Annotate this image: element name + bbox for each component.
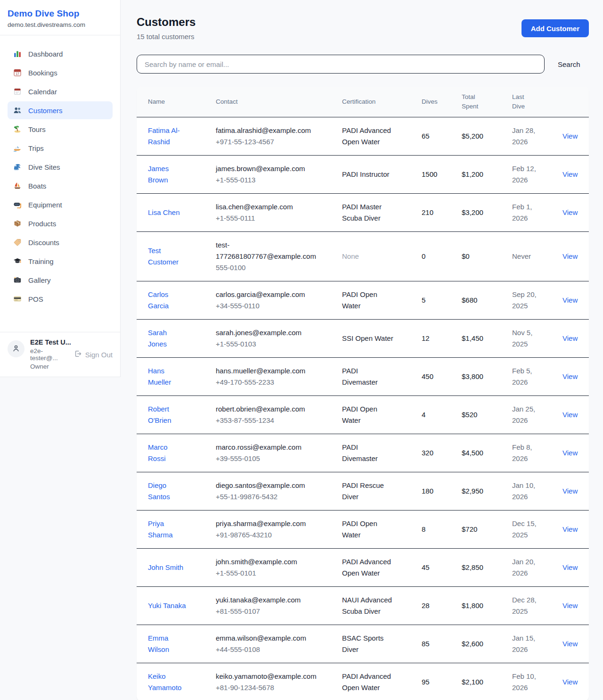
customer-name-link[interactable]: Keiko Yamamoto [148,672,181,692]
page-title: Customers [137,16,196,29]
customer-total-spent: $0 [450,232,501,281]
view-customer-link[interactable]: View [562,411,578,419]
customer-total-spent: $5,200 [450,117,501,156]
customer-total-spent: $2,600 [450,625,501,663]
customer-dives: 85 [410,625,450,663]
table-row: Priya Sharma priya.sharma@example.com +9… [137,511,589,549]
table-row: Marco Rossi marco.rossi@example.com +39-… [137,434,589,472]
table-row: John Smith john.smith@example.com +1-555… [137,549,589,587]
view-customer-link[interactable]: View [562,208,578,216]
sidebar-item-dive-sites[interactable]: Dive Sites [8,158,113,176]
customer-total-spent: $1,800 [450,587,501,625]
customer-phone: +81-90-1234-5678 [216,682,310,693]
add-customer-button[interactable]: Add Customer [522,19,589,37]
view-customer-link[interactable]: View [562,640,578,648]
customer-name-link[interactable]: Sarah Jones [148,329,167,348]
sidebar-item-dashboard[interactable]: Dashboard [8,45,113,63]
search-row: Search [137,55,589,74]
sidebar-item-bookings[interactable]: 17 Bookings [8,64,113,82]
customer-phone: +1-555-0111 [216,213,310,224]
customer-dives: 1500 [410,156,450,194]
people-icon [13,106,22,115]
customer-name-link[interactable]: Marco Rossi [148,443,168,462]
sign-out-label: Sign Out [85,351,113,359]
table-row: Hans Mueller hans.mueller@example.com +4… [137,358,589,396]
customer-phone: +55-11-99876-5432 [216,491,310,502]
sidebar-item-equipment[interactable]: Equipment [8,196,113,214]
customer-certification: PADI Open Water [331,511,410,549]
customer-name-link[interactable]: John Smith [148,563,183,571]
customer-name-link[interactable]: Test Customer [148,247,179,266]
view-customer-link[interactable]: View [562,252,578,260]
sidebar-item-tours[interactable]: Tours [8,120,113,138]
column-header-contact: Contact [204,87,331,117]
sidebar-item-label: Tours [28,125,46,133]
view-customer-link[interactable]: View [562,372,578,380]
sidebar-item-calendar[interactable]: Calendar [8,82,113,100]
customer-name-link[interactable]: Fatima Al-Rashid [148,126,180,146]
customer-dives: 450 [410,358,450,396]
customer-name-link[interactable]: Hans Mueller [148,367,171,386]
package-icon [13,219,22,228]
customer-total-spent: $3,800 [450,358,501,396]
customer-email: keiko.yamamoto@example.com [216,671,310,682]
customer-certification: PADI Advanced Open Water [331,117,410,156]
customer-name-link[interactable]: Carlos Garcia [148,290,169,310]
view-customer-link[interactable]: View [562,601,578,609]
customer-total-spent: $720 [450,511,501,549]
sign-out-button[interactable]: Sign Out [74,350,113,359]
sidebar-item-customers[interactable]: Customers [8,101,113,119]
camera-icon [13,276,22,284]
sidebar-item-training[interactable]: Training [8,252,113,270]
customer-name-link[interactable]: Emma Wilson [148,634,169,653]
customer-email: priya.sharma@example.com [216,518,310,529]
customer-certification: PADI Advanced Open Water [331,663,410,700]
search-input[interactable] [137,55,545,74]
sidebar-item-label: Bookings [28,69,57,77]
customer-email: marco.rossi@example.com [216,442,310,453]
customer-name-link[interactable]: Diego Santos [148,481,170,501]
sidebar-item-boats[interactable]: Boats [8,177,113,195]
sign-out-icon [74,350,82,359]
customer-dives: 12 [410,320,450,358]
customer-email: lisa.chen@example.com [216,201,310,213]
customer-last-dive: Dec 28, 2025 [501,587,551,625]
customer-name-link[interactable]: Priya Sharma [148,519,173,539]
view-customer-link[interactable]: View [562,334,578,342]
customer-last-dive: Feb 10, 2026 [501,663,551,700]
sidebar-item-discounts[interactable]: Discounts [8,233,113,251]
view-customer-link[interactable]: View [562,449,578,457]
view-customer-link[interactable]: View [562,170,578,178]
customer-dives: 5 [410,281,450,320]
customer-certification: NAUI Advanced Scuba Diver [331,587,410,625]
brand-domain: demo.test.divestreams.com [8,21,113,28]
sidebar-item-gallery[interactable]: Gallery [8,271,113,289]
column-header-last-dive: Last Dive [501,87,551,117]
customer-last-dive: Never [501,232,551,281]
customer-dives: 180 [410,472,450,511]
sidebar-item-products[interactable]: Products [8,214,113,232]
view-customer-link[interactable]: View [562,132,578,140]
customer-name-link[interactable]: James Brown [148,165,169,184]
sidebar-item-label: POS [28,295,43,303]
sidebar-item-trips[interactable]: Trips [8,139,113,157]
sidebar-item-label: Equipment [28,201,62,209]
view-customer-link[interactable]: View [562,563,578,571]
customer-name-link[interactable]: Lisa Chen [148,208,180,216]
customer-name-link[interactable]: Yuki Tanaka [148,601,186,609]
customer-email: test-1772681807767@example.com [216,239,310,262]
view-customer-link[interactable]: View [562,487,578,495]
customer-dives: 45 [410,549,450,587]
user-role: Owner [30,363,113,370]
column-header-name: Name [137,87,204,117]
view-customer-link[interactable]: View [562,678,578,686]
view-customer-link[interactable]: View [562,296,578,304]
sidebar-item-pos[interactable]: POS [8,290,113,308]
brand-name[interactable]: Demo Dive Shop [8,8,113,19]
customer-phone: +81-555-0107 [216,606,310,617]
customer-certification: SSI Open Water [331,320,410,358]
customer-name-link[interactable]: Robert O'Brien [148,405,171,424]
view-customer-link[interactable]: View [562,525,578,533]
customer-last-dive: Nov 5, 2025 [501,320,551,358]
search-button[interactable]: Search [557,58,581,71]
